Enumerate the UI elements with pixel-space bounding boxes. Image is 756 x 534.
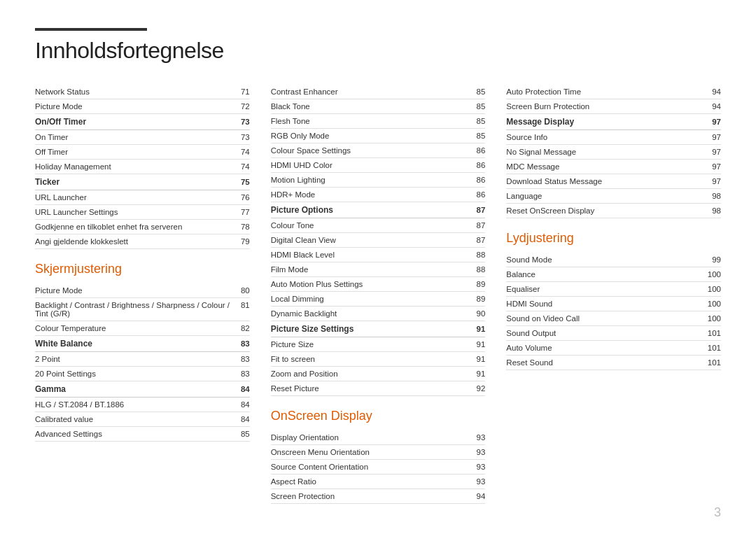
item-page: 86 xyxy=(477,146,486,155)
item-page: 83 xyxy=(241,355,250,363)
list-item: Message Display97 xyxy=(506,114,721,130)
item-page: 93 xyxy=(477,433,486,442)
item-page: 84 xyxy=(241,385,250,393)
list-item: Reset Picture92 xyxy=(271,381,486,396)
list-item: Network Status71 xyxy=(35,85,250,99)
item-page: 100 xyxy=(708,314,721,323)
list-item: Source Content Orientation93 xyxy=(271,460,486,475)
list-item: HDMI Black Level88 xyxy=(271,248,486,262)
section-heading-3-1: Lydjustering xyxy=(506,231,721,246)
item-page: 74 xyxy=(241,162,250,171)
list-item: Flesh Tone85 xyxy=(271,114,486,129)
item-label: RGB Only Mode xyxy=(271,132,471,140)
item-page: 100 xyxy=(708,300,721,308)
item-page: 85 xyxy=(477,102,486,111)
list-item: RGB Only Mode85 xyxy=(271,129,486,143)
item-label: URL Launcher xyxy=(35,193,235,202)
list-item: Picture Size91 xyxy=(271,337,486,352)
item-page: 87 xyxy=(477,236,486,244)
item-label: Local Dimming xyxy=(271,295,471,303)
item-label: Dynamic Backlight xyxy=(271,309,471,318)
item-page: 90 xyxy=(477,309,486,318)
item-page: 86 xyxy=(477,190,486,199)
list-item: Film Mode88 xyxy=(271,262,486,277)
item-page: 85 xyxy=(477,87,486,96)
item-label: HDR+ Mode xyxy=(271,190,471,199)
item-page: 101 xyxy=(708,329,721,337)
list-item: Picture Size Settings91 xyxy=(271,321,486,337)
list-item: HDMI UHD Color86 xyxy=(271,158,486,173)
list-item: 2 Point83 xyxy=(35,352,250,367)
item-label: Reset Sound xyxy=(506,358,701,367)
item-page: 74 xyxy=(241,148,250,156)
item-page: 80 xyxy=(241,286,250,295)
list-item: On Timer73 xyxy=(35,130,250,145)
item-label: Angi gjeldende klokkeslett xyxy=(35,237,235,246)
list-item: HDMI Sound100 xyxy=(506,297,721,311)
item-page: 91 xyxy=(477,325,486,333)
list-item: Calibrated value84 xyxy=(35,412,250,427)
item-page: 91 xyxy=(477,370,486,378)
item-label: Language xyxy=(506,192,706,200)
item-page: 85 xyxy=(477,117,486,125)
item-page: 97 xyxy=(712,162,721,171)
item-page: 92 xyxy=(477,384,486,393)
item-label: Sound on Video Call xyxy=(506,314,701,323)
list-item: Angi gjeldende klokkeslett79 xyxy=(35,234,250,249)
item-page: 94 xyxy=(712,87,721,96)
item-label: Aspect Ratio xyxy=(271,477,471,486)
item-page: 83 xyxy=(241,339,250,348)
item-page: 97 xyxy=(712,177,721,185)
list-item: Motion Lighting86 xyxy=(271,173,486,188)
list-item: Reset Sound101 xyxy=(506,356,721,370)
list-item: Backlight / Contrast / Brightness / Shar… xyxy=(35,298,250,321)
list-item: Picture Options87 xyxy=(271,202,486,218)
item-page: 89 xyxy=(477,280,486,288)
item-label: HDMI Sound xyxy=(506,300,701,308)
list-item: URL Launcher76 xyxy=(35,190,250,205)
list-item: On/Off Timer73 xyxy=(35,114,250,130)
item-page: 91 xyxy=(477,340,486,349)
item-label: On Timer xyxy=(35,133,235,141)
item-label: Message Display xyxy=(506,117,706,127)
item-label: Picture Size Settings xyxy=(271,324,471,334)
item-label: Equaliser xyxy=(506,285,701,293)
list-item: Download Status Message97 xyxy=(506,174,721,189)
item-label: Source Info xyxy=(506,133,706,141)
item-label: Reset Picture xyxy=(271,384,471,393)
column-3: Auto Protection Time94Screen Burn Protec… xyxy=(506,85,721,504)
list-item: Holiday Management74 xyxy=(35,160,250,174)
item-page: 83 xyxy=(241,370,250,378)
item-page: 77 xyxy=(241,208,250,216)
item-page: 93 xyxy=(477,448,486,456)
list-item: Picture Mode72 xyxy=(35,99,250,114)
item-label: 2 Point xyxy=(35,355,235,363)
item-page: 94 xyxy=(712,102,721,111)
item-page: 87 xyxy=(477,206,486,214)
list-item: Contrast Enhancer85 xyxy=(271,85,486,99)
item-page: 79 xyxy=(241,237,250,246)
columns-wrapper: Network Status71Picture Mode72On/Off Tim… xyxy=(35,85,721,504)
list-item: Dynamic Backlight90 xyxy=(271,307,486,321)
list-item: HLG / ST.2084 / BT.188684 xyxy=(35,398,250,412)
list-item: Aspect Ratio93 xyxy=(271,475,486,489)
item-page: 101 xyxy=(708,344,721,352)
item-label: Off Timer xyxy=(35,148,235,156)
item-label: Source Content Orientation xyxy=(271,463,471,471)
item-page: 86 xyxy=(477,176,486,184)
item-label: Sound Mode xyxy=(506,255,706,264)
item-label: Auto Volume xyxy=(506,344,701,352)
item-label: Holiday Management xyxy=(35,162,235,171)
item-label: Display Orientation xyxy=(271,433,471,442)
list-item: Auto Volume101 xyxy=(506,341,721,356)
item-label: Auto Protection Time xyxy=(506,87,706,96)
list-item: Source Info97 xyxy=(506,130,721,145)
list-item: Screen Protection94 xyxy=(271,489,486,504)
list-item: Godkjenne en tilkoblet enhet fra servere… xyxy=(35,220,250,234)
list-item: Balance100 xyxy=(506,267,721,282)
column-1: Network Status71Picture Mode72On/Off Tim… xyxy=(35,85,271,504)
item-label: Black Tone xyxy=(271,102,471,111)
list-item: Picture Mode80 xyxy=(35,283,250,298)
item-label: Godkjenne en tilkoblet enhet fra servere… xyxy=(35,223,235,231)
item-page: 85 xyxy=(477,132,486,140)
